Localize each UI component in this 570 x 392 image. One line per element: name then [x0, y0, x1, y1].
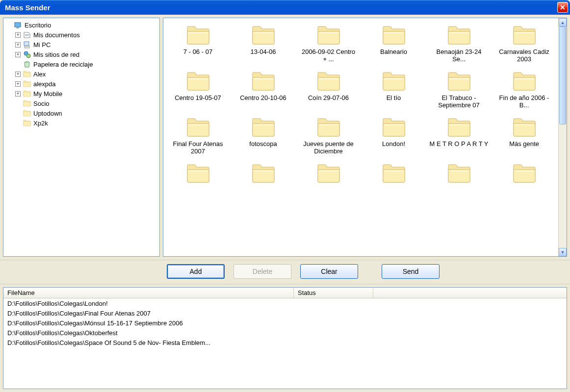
- folder-item[interactable]: Fin de año 2006 - B...: [492, 69, 556, 110]
- tree-item[interactable]: +Mi PC: [4, 40, 158, 49]
- folder-item[interactable]: M E T R O P A R T Y: [427, 115, 491, 156]
- tree-item[interactable]: +Mis sitios de red: [4, 49, 158, 59]
- svg-rect-4: [24, 42, 29, 46]
- folder-item[interactable]: Final Four Atenas 2007: [166, 115, 230, 156]
- clear-button[interactable]: Clear: [300, 264, 358, 279]
- list-row[interactable]: D:\Fotillos\Fotillos\Colegas\Space Of So…: [3, 339, 567, 348]
- tree-item-label: alexpda: [33, 80, 56, 88]
- folder-item[interactable]: [232, 161, 295, 202]
- folder-icon: [252, 161, 275, 186]
- folder-item[interactable]: Benaoján 23-24 Se...: [427, 23, 491, 64]
- folder-item[interactable]: Balneario: [362, 23, 425, 64]
- folder-item[interactable]: Jueves puente de Diciembre: [297, 115, 360, 156]
- scroll-track[interactable]: [559, 26, 567, 248]
- tree-item[interactable]: +Mis documentos: [4, 30, 158, 40]
- folder-item[interactable]: fotoscopa: [232, 115, 295, 156]
- svg-rect-0: [15, 23, 21, 27]
- list-row[interactable]: D:\Fotillos\Fotillos\Colegas\Mónsul 15-1…: [3, 319, 567, 329]
- scroll-up-button[interactable]: ▲: [559, 18, 567, 26]
- folder-item[interactable]: Coín 29-07-06: [297, 69, 360, 110]
- folder-item[interactable]: 13-04-06: [232, 23, 295, 64]
- send-button[interactable]: Send: [382, 264, 440, 279]
- folder-label: Jueves puente de Diciembre: [299, 141, 358, 156]
- cell-filename: D:\Fotillos\Fotillos\Colegas\Oktoberfest: [3, 329, 294, 339]
- svg-rect-1: [16, 27, 19, 28]
- tree-item-label: Socio: [33, 100, 50, 107]
- list-row[interactable]: D:\Fotillos\Fotillos\Colegas\Oktoberfest: [3, 329, 567, 339]
- svg-rect-8: [26, 61, 28, 62]
- folder-panel[interactable]: 7 - 06 - 0713-04-062006-09-02 Centro + .…: [163, 18, 567, 257]
- tree-item[interactable]: Xp2k: [4, 118, 158, 128]
- tree-item[interactable]: +alexpda: [4, 79, 158, 89]
- tree-item[interactable]: Escritorio: [4, 20, 158, 30]
- folder-item[interactable]: [492, 161, 556, 202]
- list-header: FileName Status: [3, 288, 567, 298]
- expander-icon[interactable]: +: [15, 52, 21, 57]
- window-title: Mass Sender: [5, 3, 557, 12]
- folder-item[interactable]: Carnavales Cadiz 2003: [492, 23, 556, 64]
- folder-item[interactable]: [297, 161, 360, 202]
- folder-item[interactable]: 2006-09-02 Centro + ...: [297, 23, 360, 64]
- tree-item[interactable]: Papelera de reciclaje: [4, 59, 158, 69]
- folder-item[interactable]: [362, 161, 425, 202]
- cell-status: [294, 309, 373, 319]
- workspace: Escritorio+Mis documentos+Mi PC+Mis siti…: [0, 15, 570, 260]
- folder-label: 2006-09-02 Centro + ...: [299, 49, 358, 64]
- docs-icon: [23, 30, 31, 39]
- folder-label: Balneario: [380, 49, 407, 64]
- folder-icon: [317, 23, 340, 48]
- scroll-down-button[interactable]: ▼: [559, 248, 567, 256]
- expander-icon: [15, 62, 21, 67]
- tree-item-label: Mi PC: [33, 41, 51, 49]
- expander-icon[interactable]: +: [15, 81, 21, 87]
- expander-icon: [15, 101, 21, 106]
- cell-status: [294, 329, 373, 339]
- expander-icon[interactable]: +: [15, 32, 21, 38]
- list-row[interactable]: D:\Fotillos\Fotillos\Colegas\London!: [3, 299, 567, 309]
- folder-item[interactable]: [166, 161, 230, 202]
- folder-label: Carnavales Cadiz 2003: [495, 49, 554, 64]
- folder-item[interactable]: Más gente: [492, 115, 556, 156]
- folder-icon: [447, 23, 471, 48]
- scroll-thumb[interactable]: [559, 26, 566, 124]
- expander-icon[interactable]: +: [15, 42, 21, 48]
- tree-item[interactable]: Uptodown: [4, 108, 158, 118]
- tree-item[interactable]: +Alex: [4, 69, 158, 79]
- folder-item[interactable]: [427, 161, 491, 202]
- add-button[interactable]: Add: [167, 264, 225, 279]
- column-filename[interactable]: FileName: [3, 288, 294, 298]
- list-body[interactable]: D:\Fotillos\Fotillos\Colegas\London!D:\F…: [3, 298, 567, 349]
- folder-item[interactable]: London!: [362, 115, 425, 156]
- folder-label: Centro 20-10-06: [240, 95, 286, 110]
- folder-label: Final Four Atenas 2007: [169, 141, 228, 156]
- close-button[interactable]: ✕: [557, 2, 568, 13]
- expander-icon: [15, 111, 21, 116]
- button-bar: Add Delete Clear Send: [0, 260, 570, 284]
- tree-item-label: Papelera de reciclaje: [33, 61, 93, 68]
- tree-item-label: Alex: [33, 71, 46, 78]
- folder-icon: [186, 23, 210, 48]
- folder-icon: [252, 23, 275, 48]
- folder-item[interactable]: Centro 20-10-06: [232, 69, 295, 110]
- folder-icon: [317, 161, 340, 186]
- expander-icon[interactable]: +: [15, 72, 21, 77]
- svg-rect-3: [25, 35, 29, 36]
- cell-filename: D:\Fotillos\Fotillos\Colegas\Mónsul 15-1…: [3, 319, 294, 329]
- folder-icon: [447, 161, 471, 186]
- tree-item[interactable]: Socio: [4, 98, 158, 108]
- tree-panel[interactable]: Escritorio+Mis documentos+Mi PC+Mis siti…: [3, 18, 160, 257]
- column-status[interactable]: Status: [294, 288, 373, 298]
- expander-icon: [6, 23, 12, 28]
- folder-icon: [23, 99, 31, 108]
- folder-item[interactable]: 7 - 06 - 07: [166, 23, 230, 64]
- folder-label: fotoscopa: [249, 141, 277, 156]
- folder-item[interactable]: Centro 19-05-07: [166, 69, 230, 110]
- folder-item[interactable]: El tío: [362, 69, 425, 110]
- tree-item[interactable]: +My Mobile: [4, 89, 158, 98]
- folder-item[interactable]: El Trabuco - Septiembre 07: [427, 69, 491, 110]
- folder-icon: [382, 161, 406, 186]
- list-row[interactable]: D:\Fotillos\Fotillos\Colegas\Final Four …: [3, 309, 567, 319]
- scrollbar-vertical[interactable]: ▲ ▼: [558, 18, 567, 256]
- folder-label: Fin de año 2006 - B...: [495, 95, 554, 110]
- expander-icon[interactable]: +: [15, 91, 21, 97]
